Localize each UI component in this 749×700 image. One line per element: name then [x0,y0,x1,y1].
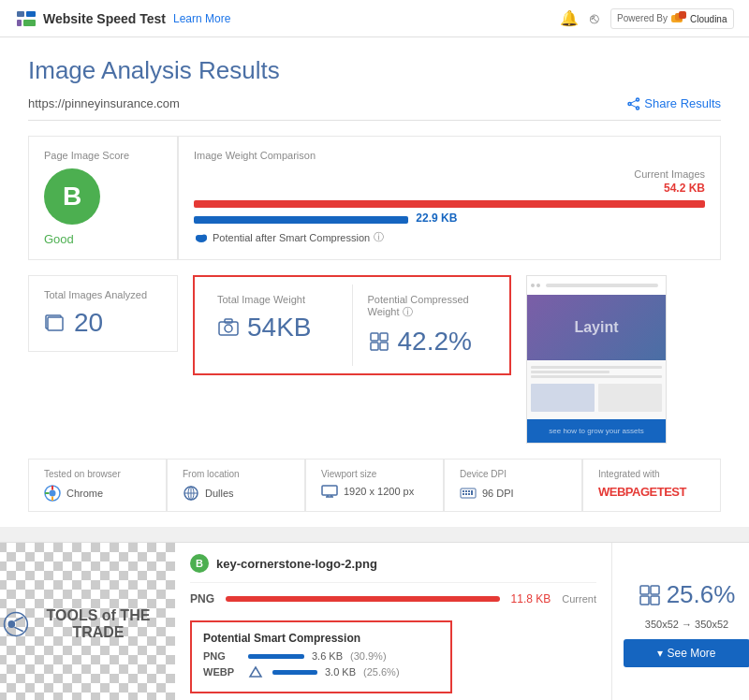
svg-point-48 [7,620,15,628]
current-weight-value: 54.2 KB [194,182,705,195]
format-size-bar [226,596,500,602]
svg-point-10 [628,102,631,105]
compression-percentage: 25.6% [639,580,736,609]
main-content: Image Analysis Results https://pinneyins… [0,37,749,546]
svg-point-27 [50,490,56,497]
share-results-label: Share Results [644,96,721,110]
chrome-icon [44,485,61,502]
svg-text:Cloudinary: Cloudinary [690,14,727,24]
highlighted-metrics: Total Image Weight 54KB Potential Compre… [193,275,511,375]
learn-more-link[interactable]: Learn More [173,12,230,25]
svg-marker-51 [250,667,261,677]
logo: Website Speed Test [15,7,166,30]
cloudinary-badge: Powered By Cloudinary [610,8,734,29]
share-results-button[interactable]: Share Results [627,96,721,110]
webp-format-label: WEBP [203,666,241,678]
chevron-down-icon: ▾ [657,647,663,660]
compressed-weight-number: 42.2% [398,327,472,357]
page-title: Image Analysis Results [28,56,721,85]
svg-rect-0 [17,11,24,17]
svg-rect-41 [465,490,467,492]
speaker-icon[interactable]: 🔔 [560,9,579,27]
compressed-weight-label-text: Potential Compressed Weight [368,294,469,317]
location-label: From location [183,469,289,479]
weight-bars: 22.9 KB [194,200,705,225]
compressed-bar-value: 22.9 KB [416,211,457,225]
format-size-value: 11.8 KB [511,592,551,605]
smart-compression-box: Potential Smart Compression PNG 3.6 KB (… [190,620,452,693]
share-icon[interactable]: ⎋ [590,10,599,27]
svg-rect-40 [463,490,464,492]
top-stats-row: Page Image Score B Good Image Weight Com… [28,136,721,260]
info-icon: ⓘ [374,230,384,244]
images-count-value: 20 [74,308,103,338]
camera-icon [217,316,240,339]
header-right: 🔔 ⎋ Powered By Cloudinary [560,8,734,29]
format-size-label: Current [562,593,596,605]
total-images-label: Total Images Analyzed [44,289,162,300]
svg-rect-53 [651,586,659,594]
total-images-count: 20 [44,308,162,338]
image-preview: TOOLS of THE TRADE [0,543,175,700]
png-compression-bar [248,654,304,659]
browser-value: Chrome [44,485,151,502]
thumb-line-1 [531,366,662,369]
see-more-button[interactable]: ▾ See More [624,639,749,667]
svg-rect-46 [471,490,473,495]
images-icon [44,312,66,334]
weight-comparison-card: Image Weight Comparison Current Images 5… [178,136,721,260]
see-more-label: See More [667,647,715,660]
svg-rect-6 [679,11,686,19]
compression-grid-icon [639,584,661,606]
browser-name: Chrome [66,488,103,499]
score-description: Good [44,232,162,246]
thumb-footer: see how to grow your assets [527,419,666,443]
image-grade-badge: B [190,554,209,573]
webp-compression-row: WEBP 3.0 KB (25.6%) [203,665,439,678]
info-icon-2: ⓘ [403,306,413,317]
format-row: PNG 11.8 KB Current [190,592,596,605]
total-weight-label: Total Image Weight [217,294,337,305]
powered-by-text: Powered By [617,13,668,23]
website-screenshot: Layint see how to grow your assets [526,275,667,444]
svg-line-11 [631,100,637,103]
svg-rect-25 [380,343,388,350]
dpi-label: Device DPI [460,469,566,479]
total-images-card: Total Images Analyzed 20 [28,275,178,352]
svg-rect-22 [371,333,378,341]
total-weight-card: Total Image Weight 54KB [202,284,352,366]
viewport-size: 1920 x 1200 px [344,486,414,497]
app-title: Website Speed Test [43,11,166,26]
compressed-weight-bar [194,216,408,224]
png-size: 3.6 KB [312,650,343,662]
score-grade: B [63,182,81,211]
browser-info-row: Tested on browser Chrome From location [28,459,721,512]
total-weight-number: 54KB [247,313,312,343]
webp-icon [248,665,263,678]
svg-rect-52 [640,586,649,594]
svg-rect-23 [380,333,388,341]
svg-line-49 [14,617,22,621]
png-pct: (30.9%) [350,650,387,662]
png-format-label: PNG [203,650,241,662]
smart-compression-title: Potential Smart Compression [203,632,439,645]
page-image-score-card: Page Image Score B Good [28,136,178,260]
image-filename: key-cornerstone-logo-2.png [216,557,377,571]
tools-logo: TOOLS of THE TRADE [3,607,160,641]
svg-rect-44 [465,493,467,495]
compressed-weight-label: Potential Compressed Weight ⓘ [368,294,488,319]
share-icon [627,97,640,110]
cloud-compress-icon [194,232,209,243]
analyzed-url: https://pinneyinsurance.com [28,96,180,110]
score-grade-circle: B [44,168,100,225]
middle-row: Total Images Analyzed 20 Total Image Wei… [28,275,721,444]
image-details: B key-cornerstone-logo-2.png PNG 11.8 KB… [175,543,611,700]
svg-rect-45 [468,493,470,495]
thumb-hero-section: Layint [527,295,666,360]
svg-rect-54 [640,596,649,605]
thumb-dot-2 [536,284,540,287]
integrated-card: Integrated with WEBPAGETEST [582,459,721,512]
integrated-label: Integrated with [598,469,705,479]
viewport-label: Viewport size [321,469,428,479]
location-icon [183,485,199,502]
